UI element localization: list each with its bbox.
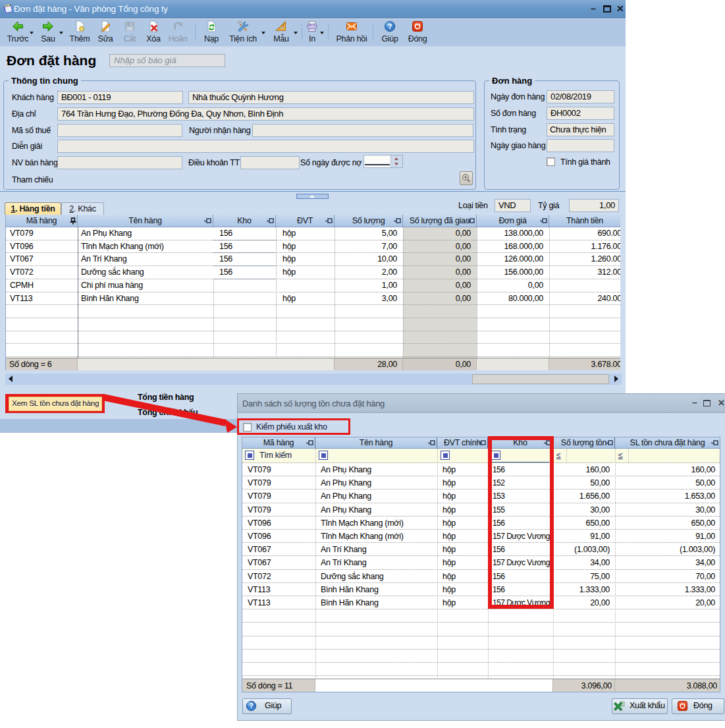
svg-text:?: ? (387, 22, 392, 30)
svg-text:?: ? (249, 702, 254, 710)
